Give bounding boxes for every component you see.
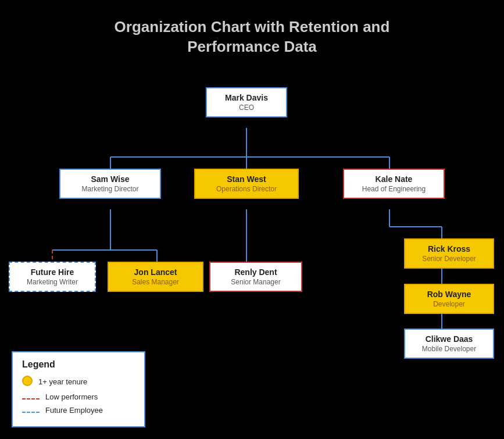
yellow-dot-icon: [22, 376, 33, 388]
node-senior-manager: Renly Dent Senior Manager: [209, 262, 302, 292]
node-senior-developer: Rick Kross Senior Developer: [404, 238, 494, 269]
node-future-hire: Future Hire Marketing Writer: [9, 262, 96, 292]
node-sales-manager: Jon Lancet Sales Manager: [108, 262, 203, 292]
node-marketing-director: Sam Wise Marketing Director: [59, 169, 161, 199]
node-mobile-developer: Clikwe Daas Mobile Developer: [404, 329, 494, 359]
legend-item-tenure: 1+ year tenure: [22, 376, 135, 388]
blue-dashed-icon: [22, 406, 40, 415]
node-ops-director: Stan West Operations Director: [194, 169, 299, 199]
legend-item-low-performers: Low performers: [22, 392, 135, 401]
page-title: Organization Chart with Retention and Pe…: [0, 0, 504, 57]
legend-item-future: Future Employee: [22, 406, 135, 415]
red-dashed-icon: [22, 392, 40, 401]
legend: Legend 1+ year tenure Low performers Fut…: [12, 351, 145, 427]
node-ceo: Mark Davis CEO: [206, 87, 287, 117]
node-developer: Rob Wayne Developer: [404, 284, 494, 314]
node-eng-head: Kale Nate Head of Engineering: [343, 169, 445, 199]
